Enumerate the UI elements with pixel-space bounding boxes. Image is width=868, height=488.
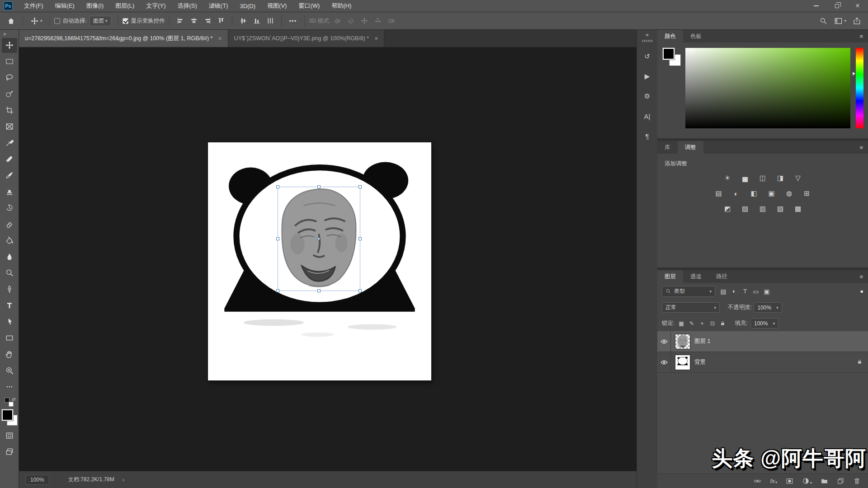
layer-name[interactable]: 背景 (694, 358, 706, 366)
fill-field[interactable]: 100% ▾ (750, 318, 778, 328)
share-button[interactable] (849, 14, 864, 28)
layer-filter-type-dropdown[interactable]: 类型 ▾ (662, 286, 715, 297)
status-options-chevron[interactable]: › (123, 476, 124, 483)
eyedropper-tool[interactable] (2, 136, 17, 150)
eraser-tool[interactable] (2, 217, 17, 232)
adjustment-layers-filter-icon[interactable]: ◐ (729, 288, 739, 295)
transform-handle[interactable] (317, 185, 321, 188)
menu-item[interactable]: 3D(D) (234, 0, 261, 12)
blur-tool[interactable] (2, 249, 17, 264)
opacity-field[interactable]: 100% ▾ (754, 302, 782, 313)
align-center-h-button[interactable] (187, 14, 201, 28)
threshold-icon[interactable]: ▥ (756, 204, 769, 214)
photoshop-logo[interactable]: Ps (4, 1, 13, 10)
tab-layers[interactable]: 图层 (657, 270, 683, 283)
hue-saturation-icon[interactable]: ▤ (712, 188, 726, 198)
menu-item[interactable]: 文字(Y) (140, 0, 171, 12)
document-tab-1[interactable]: u=2782958298,1669417575&fm=26&gp=0.jpg @… (19, 30, 228, 47)
curves-icon[interactable]: ◫ (756, 173, 769, 183)
auto-select-checkbox[interactable] (54, 18, 60, 24)
layer-name[interactable]: 图层 1 (694, 338, 710, 345)
tab-channels[interactable]: 通道 (683, 270, 709, 283)
default-swap-colors-icon[interactable]: ⇄ (5, 398, 14, 407)
transform-bounding-box[interactable] (278, 187, 360, 291)
menu-item[interactable]: 编辑(E) (49, 0, 80, 12)
exposure-icon[interactable]: ◨ (774, 173, 787, 183)
auto-select-dropdown[interactable]: 图层 ▾ (90, 16, 111, 26)
rectangle-tool[interactable] (2, 331, 17, 346)
panel-menu-icon[interactable]: ≡ (854, 141, 868, 154)
menu-item[interactable]: 图像(I) (80, 0, 109, 12)
filter-toggle-icon[interactable]: ● (860, 288, 863, 295)
crop-tool[interactable] (2, 103, 17, 118)
3d-pan-button[interactable] (358, 14, 371, 28)
close-button[interactable]: × (847, 0, 868, 12)
current-tool-button[interactable]: ▾ (27, 14, 46, 28)
lock-image-pixels-icon[interactable]: ✎ (688, 319, 695, 327)
lasso-tool[interactable] (2, 70, 17, 85)
shape-layers-filter-icon[interactable]: ▭ (751, 288, 761, 295)
edit-toolbar-button[interactable] (2, 380, 17, 394)
menu-item[interactable]: 视图(V) (261, 0, 292, 12)
move-tool[interactable] (2, 38, 17, 53)
transform-handle[interactable] (359, 289, 362, 292)
3d-camera-button[interactable] (385, 14, 398, 28)
menu-item[interactable]: 选择(S) (171, 0, 203, 12)
panel-menu-icon[interactable]: ≡ (854, 30, 868, 42)
selective-color-icon[interactable]: ▧ (774, 204, 787, 214)
menu-item[interactable]: 窗口(W) (292, 0, 326, 12)
transform-handle[interactable] (317, 289, 321, 292)
vibrance-icon[interactable]: ▽ (791, 173, 805, 183)
frame-tool[interactable] (2, 119, 17, 134)
transform-handle[interactable] (359, 185, 362, 188)
restore-button[interactable] (826, 0, 847, 12)
clone-stamp-tool[interactable] (2, 184, 17, 199)
document-canvas[interactable] (208, 142, 431, 380)
type-tool[interactable] (2, 298, 17, 313)
type-layers-filter-icon[interactable]: T (740, 288, 750, 295)
visibility-toggle[interactable] (657, 352, 671, 372)
transform-handle[interactable] (276, 237, 279, 240)
path-selection-tool[interactable] (2, 314, 17, 329)
pen-tool[interactable] (2, 282, 17, 297)
tab-paths[interactable]: 路径 (709, 270, 735, 283)
object-selection-tool[interactable] (2, 87, 17, 102)
channel-mixer-icon[interactable]: ◍ (783, 188, 796, 198)
expand-panels-button[interactable]: « (646, 30, 649, 39)
search-button[interactable] (816, 14, 831, 28)
history-panel-icon[interactable]: ↺ (640, 50, 655, 63)
layer-thumbnail[interactable] (675, 355, 690, 370)
levels-icon[interactable]: ▅ (738, 173, 752, 183)
screen-mode-button[interactable] (2, 445, 17, 460)
brush-tool[interactable] (2, 168, 17, 183)
transform-reference-point[interactable] (318, 238, 320, 240)
rectangular-marquee-tool[interactable] (2, 54, 17, 69)
document-tab-2[interactable]: UY$`}ZSWON`AO))P~V0}Y3E.png @ 100%(RGB/8… (228, 30, 385, 47)
tab-libraries[interactable]: 库 (657, 141, 678, 154)
layer-style-button[interactable]: fx▾ (770, 478, 777, 484)
new-layer-button[interactable] (837, 477, 844, 485)
delete-layer-button[interactable] (853, 477, 861, 485)
black-white-icon[interactable]: ◧ (747, 188, 761, 198)
color-fg-bg-swatches[interactable] (663, 48, 681, 66)
canvas-area[interactable] (19, 47, 637, 471)
menu-item[interactable]: 文件(F) (18, 0, 49, 12)
3d-orbit-button[interactable] (330, 14, 344, 28)
foreground-color-swatch[interactable] (663, 48, 675, 60)
invert-icon[interactable]: ◩ (721, 204, 734, 214)
blend-mode-dropdown[interactable]: 正常 ▾ (662, 302, 720, 313)
lock-position-icon[interactable]: + (698, 319, 706, 327)
menu-item[interactable]: 图层(L) (109, 0, 140, 12)
hand-tool[interactable] (2, 347, 17, 362)
history-brush-tool[interactable] (2, 201, 17, 216)
3d-roll-button[interactable] (344, 14, 358, 28)
quick-mask-button[interactable] (2, 428, 17, 443)
adjustment-layer-button[interactable]: ▾ (802, 477, 812, 485)
visibility-toggle[interactable] (657, 331, 671, 352)
hue-slider-marker[interactable] (853, 72, 855, 75)
character-panel-icon[interactable]: A| (640, 109, 655, 123)
saturation-brightness-picker[interactable] (685, 48, 850, 128)
close-tab-icon[interactable]: × (374, 35, 378, 42)
dodge-tool[interactable] (2, 266, 17, 281)
align-top-button[interactable] (214, 14, 228, 28)
